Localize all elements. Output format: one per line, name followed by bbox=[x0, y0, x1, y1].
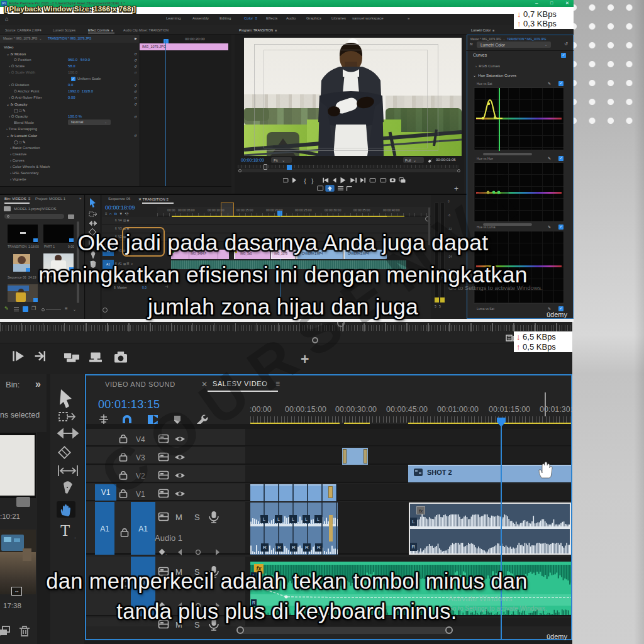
svg-text:.: . bbox=[165, 550, 167, 556]
svg-text:S: S bbox=[194, 513, 200, 522]
svg-text:T: T bbox=[60, 522, 70, 539]
svg-text:}: } bbox=[311, 177, 314, 184]
svg-text:Audio 1: Audio 1 bbox=[155, 533, 182, 543]
svg-text:M: M bbox=[175, 513, 182, 522]
svg-text:{: { bbox=[304, 177, 306, 184]
svg-text:.: . bbox=[74, 533, 76, 540]
